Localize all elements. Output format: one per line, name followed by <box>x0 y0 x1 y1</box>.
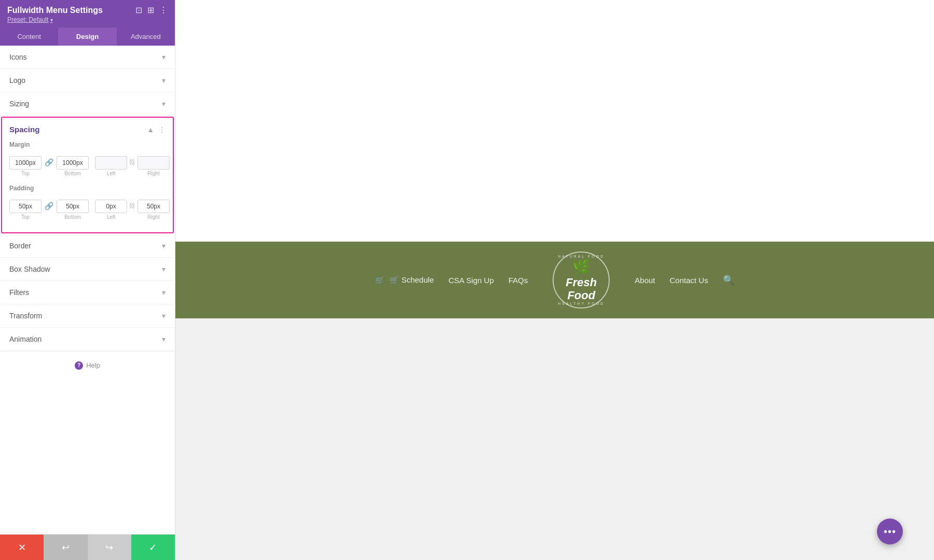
chevron-down-icon: ▾ <box>162 100 166 108</box>
more-options-icon[interactable]: ⋮ <box>158 125 166 134</box>
nav-item-faqs[interactable]: FAQs <box>509 276 528 285</box>
panel-title: Fullwidth Menu Settings <box>7 6 103 15</box>
padding-bottom-label: Bottom <box>64 214 81 220</box>
help-icon: ? <box>75 361 83 370</box>
section-sizing-label: Sizing <box>9 100 29 108</box>
nav-item-schedule[interactable]: 🛒 Schedule <box>375 275 434 285</box>
margin-left-right-pair: Left ⛓ Right <box>95 156 170 176</box>
margin-fields: Top 🔗 Bottom Left ⛓ <box>9 152 166 179</box>
padding-bottom-input[interactable] <box>57 200 89 213</box>
section-icons[interactable]: Icons ▾ <box>0 46 175 69</box>
chevron-down-icon: ▾ <box>162 335 166 343</box>
padding-fields: Top 🔗 Bottom Left ⛓ <box>9 196 166 223</box>
spacing-title: Spacing <box>9 125 39 134</box>
more-icon[interactable]: ⋮ <box>159 5 168 15</box>
undo-button[interactable]: ↩ <box>44 535 87 560</box>
collapse-icon[interactable]: ▲ <box>147 125 154 134</box>
unlink-margin-icon[interactable]: ⛓ <box>129 159 135 173</box>
section-border-label: Border <box>9 242 31 250</box>
panel-footer: ✕ ↩ ↪ ✓ <box>0 534 175 560</box>
tab-advanced[interactable]: Advanced <box>117 27 175 46</box>
save-button[interactable]: ✓ <box>131 535 175 560</box>
padding-right-input[interactable] <box>138 200 170 213</box>
tab-design[interactable]: Design <box>58 27 116 46</box>
section-filters[interactable]: Filters ▾ <box>0 281 175 304</box>
chevron-down-icon: ▾ <box>162 53 166 61</box>
section-transform[interactable]: Transform ▾ <box>0 304 175 328</box>
margin-right-input[interactable] <box>138 156 170 170</box>
section-transform-label: Transform <box>9 312 42 320</box>
site-logo[interactable]: NATURAL FOOD 🌿 Fresh Food HEALTHY FOOD <box>553 251 610 309</box>
preset-label[interactable]: Preset: Default ▾ <box>7 16 168 23</box>
padding-top-bottom-pair: Top 🔗 Bottom <box>9 200 89 220</box>
redo-button[interactable]: ↪ <box>88 535 131 560</box>
logo-main-text: Fresh Food <box>554 276 609 301</box>
padding-right-label: Right <box>147 214 159 220</box>
nav-item-contact-us[interactable]: Contact Us <box>669 276 708 285</box>
padding-top-label: Top <box>21 214 30 220</box>
logo-circle: NATURAL FOOD 🌿 Fresh Food HEALTHY FOOD <box>553 251 610 309</box>
cancel-button[interactable]: ✕ <box>0 535 44 560</box>
logo-bottom-text: HEALTHY FOOD <box>558 302 605 305</box>
margin-left-label: Left <box>107 171 116 176</box>
section-sizing[interactable]: Sizing ▾ <box>0 92 175 116</box>
padding-label: Padding <box>9 185 166 192</box>
leaf-icon: 🌿 <box>572 258 590 275</box>
logo-top-text: NATURAL FOOD <box>558 255 605 258</box>
section-filters-label: Filters <box>9 288 29 297</box>
preview-top-area <box>175 0 934 242</box>
navigation-bar: 🛒 Schedule CSA Sign Up FAQs NATURAL FOOD… <box>175 242 934 318</box>
nav-menu: 🛒 Schedule CSA Sign Up FAQs NATURAL FOOD… <box>375 251 734 309</box>
layout-icon[interactable]: ⊞ <box>147 5 154 15</box>
link-padding-icon[interactable]: 🔗 <box>45 202 53 217</box>
section-animation-label: Animation <box>9 335 42 343</box>
chevron-down-icon: ▾ <box>162 312 166 320</box>
settings-panel: Fullwidth Menu Settings ⊡ ⊞ ⋮ Preset: De… <box>0 0 175 560</box>
margin-label: Margin <box>9 141 166 148</box>
section-logo[interactable]: Logo ▾ <box>0 69 175 92</box>
margin-left-input[interactable] <box>95 156 127 170</box>
section-logo-label: Logo <box>9 76 25 85</box>
panel-tabs: Content Design Advanced <box>0 27 175 46</box>
help-label: Help <box>86 361 100 369</box>
section-box-shadow[interactable]: Box Shadow ▾ <box>0 258 175 281</box>
padding-top-input[interactable] <box>9 200 42 213</box>
panel-header: Fullwidth Menu Settings ⊡ ⊞ ⋮ Preset: De… <box>0 0 175 27</box>
padding-left-right-pair: Left ⛓ Right <box>95 200 170 220</box>
margin-top-input[interactable] <box>9 156 42 170</box>
nav-item-about[interactable]: About <box>635 276 655 285</box>
tab-content[interactable]: Content <box>0 27 58 46</box>
search-icon[interactable]: 🔍 <box>723 274 734 286</box>
fab-button[interactable]: ••• <box>877 519 903 544</box>
margin-right-label: Right <box>147 171 159 176</box>
nav-item-csa-sign-up[interactable]: CSA Sign Up <box>448 276 494 285</box>
section-icons-label: Icons <box>9 53 26 61</box>
bottom-sections: Border ▾ Box Shadow ▾ Filters ▾ Transfor… <box>0 234 175 351</box>
unlink-padding-icon[interactable]: ⛓ <box>129 202 135 217</box>
panel-content: Icons ▾ Logo ▾ Sizing ▾ Spacing ▲ ⋮ Marg… <box>0 46 175 534</box>
chevron-down-icon: ▾ <box>162 265 166 273</box>
chevron-down-icon: ▾ <box>162 288 166 297</box>
section-box-shadow-label: Box Shadow <box>9 265 50 273</box>
padding-left-input[interactable] <box>95 200 127 213</box>
section-animation[interactable]: Animation ▾ <box>0 328 175 351</box>
section-spacing: Spacing ▲ ⋮ Margin Top 🔗 Bottom <box>1 117 174 233</box>
chevron-down-icon: ▾ <box>162 242 166 250</box>
link-margin-icon[interactable]: 🔗 <box>45 158 53 174</box>
section-border[interactable]: Border ▾ <box>0 234 175 258</box>
margin-top-bottom-pair: Top 🔗 Bottom <box>9 156 89 176</box>
preview-area: 🛒 Schedule CSA Sign Up FAQs NATURAL FOOD… <box>175 0 934 560</box>
cart-icon: 🛒 <box>389 275 399 284</box>
copy-icon[interactable]: ⊡ <box>135 5 142 15</box>
help-area: ? Help <box>0 351 175 378</box>
preview-bottom-area <box>175 318 934 560</box>
padding-left-label: Left <box>107 214 116 220</box>
margin-bottom-label: Bottom <box>64 171 81 176</box>
help-button[interactable]: ? Help <box>75 361 100 370</box>
margin-top-label: Top <box>21 171 30 176</box>
spacing-header-icons: ▲ ⋮ <box>147 125 166 134</box>
panel-header-icons: ⊡ ⊞ ⋮ <box>135 5 168 15</box>
chevron-down-icon: ▾ <box>162 76 166 85</box>
margin-bottom-input[interactable] <box>57 156 89 170</box>
